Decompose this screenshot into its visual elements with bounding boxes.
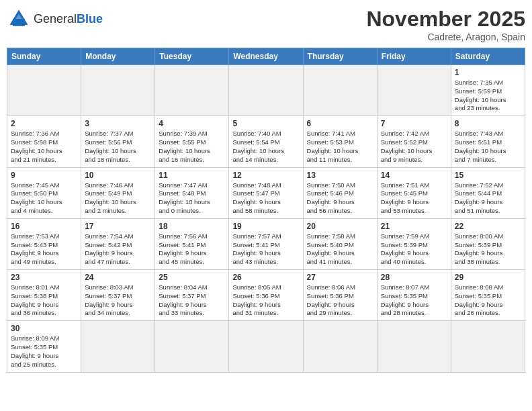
logo-icon [7,7,31,31]
day-info: Sunrise: 7:41 AM Sunset: 5:53 PM Dayligh… [307,130,373,164]
day-number: 10 [85,171,151,180]
calendar-cell [229,65,303,116]
header: GeneralBlue November 2025 Cadrete, Arago… [7,7,525,42]
calendar-cell: 9Sunrise: 7:45 AM Sunset: 5:50 PM Daylig… [7,167,81,218]
day-info: Sunrise: 7:56 AM Sunset: 5:41 PM Dayligh… [159,232,225,267]
col-saturday: Saturday [451,48,525,65]
calendar-cell: 4Sunrise: 7:39 AM Sunset: 5:55 PM Daylig… [155,116,229,167]
calendar-cell: 29Sunrise: 8:08 AM Sunset: 5:35 PM Dayli… [451,270,525,321]
calendar-cell: 11Sunrise: 7:47 AM Sunset: 5:48 PM Dayli… [155,167,229,218]
calendar-cell [229,321,303,372]
calendar-cell [303,321,377,372]
day-number: 5 [232,119,299,128]
calendar-cell: 18Sunrise: 7:56 AM Sunset: 5:41 PM Dayli… [155,218,229,269]
calendar-cell: 14Sunrise: 7:51 AM Sunset: 5:45 PM Dayli… [377,167,451,218]
calendar-cell [81,65,155,116]
calendar-cell [451,321,525,372]
calendar-cell: 30Sunrise: 8:09 AM Sunset: 5:35 PM Dayli… [7,321,81,372]
logo: GeneralBlue [7,7,103,31]
day-number: 11 [159,171,225,180]
calendar-cell: 19Sunrise: 7:57 AM Sunset: 5:41 PM Dayli… [229,218,303,269]
day-number: 26 [232,273,299,282]
day-info: Sunrise: 7:47 AM Sunset: 5:48 PM Dayligh… [159,181,225,216]
day-info: Sunrise: 8:05 AM Sunset: 5:36 PM Dayligh… [232,283,299,318]
day-info: Sunrise: 7:40 AM Sunset: 5:54 PM Dayligh… [232,130,299,164]
calendar: Sunday Monday Tuesday Wednesday Thursday… [7,48,525,373]
day-info: Sunrise: 8:08 AM Sunset: 5:35 PM Dayligh… [455,283,521,318]
day-info: Sunrise: 7:52 AM Sunset: 5:44 PM Dayligh… [455,181,521,216]
calendar-cell: 16Sunrise: 7:53 AM Sunset: 5:43 PM Dayli… [7,218,81,269]
svg-rect-2 [13,19,25,26]
calendar-cell: 23Sunrise: 8:01 AM Sunset: 5:38 PM Dayli… [7,270,81,321]
day-info: Sunrise: 8:03 AM Sunset: 5:37 PM Dayligh… [85,283,151,318]
location: Cadrete, Aragon, Spain [366,32,525,42]
col-thursday: Thursday [303,48,377,65]
day-number: 4 [159,119,225,128]
col-wednesday: Wednesday [229,48,303,65]
day-number: 22 [455,222,521,231]
day-info: Sunrise: 7:58 AM Sunset: 5:40 PM Dayligh… [307,232,373,267]
day-info: Sunrise: 7:43 AM Sunset: 5:51 PM Dayligh… [455,130,521,164]
day-number: 8 [455,119,521,128]
day-info: Sunrise: 8:04 AM Sunset: 5:37 PM Dayligh… [159,283,225,318]
calendar-cell: 2Sunrise: 7:36 AM Sunset: 5:58 PM Daylig… [7,116,81,167]
day-number: 1 [455,68,521,77]
day-info: Sunrise: 7:53 AM Sunset: 5:43 PM Dayligh… [11,232,77,267]
col-friday: Friday [377,48,451,65]
day-number: 12 [232,171,299,180]
day-info: Sunrise: 7:35 AM Sunset: 5:59 PM Dayligh… [455,79,521,113]
col-sunday: Sunday [7,48,81,65]
calendar-cell: 3Sunrise: 7:37 AM Sunset: 5:56 PM Daylig… [81,116,155,167]
calendar-cell: 25Sunrise: 8:04 AM Sunset: 5:37 PM Dayli… [155,270,229,321]
day-number: 16 [11,222,77,231]
calendar-cell: 5Sunrise: 7:40 AM Sunset: 5:54 PM Daylig… [229,116,303,167]
day-info: Sunrise: 8:01 AM Sunset: 5:38 PM Dayligh… [11,283,77,318]
day-number: 24 [85,273,151,282]
day-info: Sunrise: 7:59 AM Sunset: 5:39 PM Dayligh… [381,232,447,267]
calendar-cell [377,321,451,372]
day-number: 7 [381,119,447,128]
day-number: 3 [85,119,151,128]
day-info: Sunrise: 8:09 AM Sunset: 5:35 PM Dayligh… [11,334,77,369]
calendar-cell [303,65,377,116]
day-info: Sunrise: 7:57 AM Sunset: 5:41 PM Dayligh… [232,232,299,267]
day-number: 17 [85,222,151,231]
col-tuesday: Tuesday [155,48,229,65]
calendar-cell [7,65,81,116]
calendar-cell: 21Sunrise: 7:59 AM Sunset: 5:39 PM Dayli… [377,218,451,269]
day-number: 23 [11,273,77,282]
calendar-cell: 15Sunrise: 7:52 AM Sunset: 5:44 PM Dayli… [451,167,525,218]
day-number: 19 [232,222,299,231]
day-number: 2 [11,119,77,128]
day-number: 25 [159,273,225,282]
calendar-header-row: Sunday Monday Tuesday Wednesday Thursday… [7,48,525,65]
day-info: Sunrise: 7:46 AM Sunset: 5:49 PM Dayligh… [85,181,151,216]
calendar-cell: 20Sunrise: 7:58 AM Sunset: 5:40 PM Dayli… [303,218,377,269]
calendar-cell: 17Sunrise: 7:54 AM Sunset: 5:42 PM Dayli… [81,218,155,269]
logo-text: GeneralBlue [34,12,103,26]
month-title: November 2025 [366,7,525,32]
page: GeneralBlue November 2025 Cadrete, Arago… [0,0,532,411]
day-number: 30 [11,324,77,333]
calendar-cell: 22Sunrise: 8:00 AM Sunset: 5:39 PM Dayli… [451,218,525,269]
day-number: 6 [307,119,373,128]
day-info: Sunrise: 8:00 AM Sunset: 5:39 PM Dayligh… [455,232,521,267]
day-info: Sunrise: 7:36 AM Sunset: 5:58 PM Dayligh… [11,130,77,164]
calendar-cell: 13Sunrise: 7:50 AM Sunset: 5:46 PM Dayli… [303,167,377,218]
calendar-cell: 8Sunrise: 7:43 AM Sunset: 5:51 PM Daylig… [451,116,525,167]
day-info: Sunrise: 7:45 AM Sunset: 5:50 PM Dayligh… [11,181,77,216]
title-area: November 2025 Cadrete, Aragon, Spain [366,7,525,42]
calendar-cell [377,65,451,116]
calendar-cell [155,65,229,116]
day-number: 28 [381,273,447,282]
day-number: 18 [159,222,225,231]
calendar-cell [81,321,155,372]
day-number: 20 [307,222,373,231]
calendar-cell: 10Sunrise: 7:46 AM Sunset: 5:49 PM Dayli… [81,167,155,218]
day-number: 13 [307,171,373,180]
day-number: 9 [11,171,77,180]
calendar-cell: 26Sunrise: 8:05 AM Sunset: 5:36 PM Dayli… [229,270,303,321]
calendar-cell: 6Sunrise: 7:41 AM Sunset: 5:53 PM Daylig… [303,116,377,167]
day-number: 27 [307,273,373,282]
day-number: 15 [455,171,521,180]
